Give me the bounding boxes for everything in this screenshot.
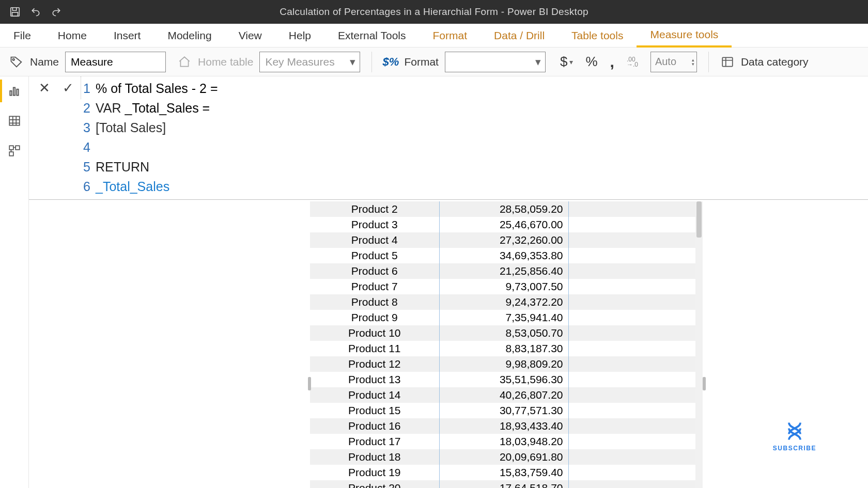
currency-button[interactable]: $ ▾ — [557, 52, 576, 72]
cell-empty — [568, 341, 703, 356]
tab-data-drill[interactable]: Data / Drill — [481, 24, 558, 47]
table-row[interactable]: Product 1718,03,948.20 — [310, 434, 703, 449]
cell-value: 18,93,433.40 — [439, 418, 568, 434]
cell-empty — [568, 480, 703, 488]
commit-formula-button[interactable]: ✓ — [61, 81, 75, 95]
code-line-3: [Total Sales] — [96, 118, 166, 137]
cell-value: 9,73,007.50 — [439, 279, 568, 294]
cell-empty — [568, 217, 703, 232]
svg-point-2 — [12, 58, 14, 60]
cell-product: Product 15 — [310, 403, 439, 418]
tab-format[interactable]: Format — [420, 24, 481, 47]
table-scrollbar[interactable] — [695, 201, 703, 488]
table-row[interactable]: Product 1618,93,433.40 — [310, 418, 703, 434]
table-row[interactable]: Product 534,69,353.80 — [310, 248, 703, 263]
home-table-label: Home table — [198, 56, 253, 68]
cell-empty — [568, 465, 703, 480]
cell-product: Product 8 — [310, 294, 439, 310]
table-row[interactable]: Product 118,83,187.30 — [310, 341, 703, 356]
table-row[interactable]: Product 621,25,856.40 — [310, 263, 703, 279]
cell-product: Product 10 — [310, 325, 439, 341]
tab-table-tools[interactable]: Table tools — [558, 24, 637, 47]
identifier: _Total_Sales — [96, 177, 169, 196]
home-table-icon — [177, 55, 192, 69]
cell-value: 18,03,948.20 — [439, 434, 568, 449]
cell-product: Product 9 — [310, 310, 439, 325]
cell-empty — [568, 434, 703, 449]
table-row[interactable]: Product 2017,64,518.70 — [310, 480, 703, 488]
table-row[interactable]: Product 79,73,007.50 — [310, 279, 703, 294]
scrollbar-thumb[interactable] — [696, 201, 702, 238]
table-row[interactable]: Product 1335,51,596.30 — [310, 372, 703, 387]
tab-help[interactable]: Help — [275, 24, 324, 47]
undo-icon[interactable] — [30, 7, 41, 17]
redo-icon[interactable] — [51, 7, 62, 17]
keyword-return: RETURN — [96, 157, 149, 177]
table-row[interactable]: Product 427,32,260.00 — [310, 232, 703, 248]
table-row[interactable]: Product 228,58,059.20 — [310, 201, 703, 217]
cell-value: 20,09,691.80 — [439, 449, 568, 465]
cell-product: Product 19 — [310, 465, 439, 480]
stepper-icon[interactable]: ▴▾ — [692, 58, 694, 66]
cell-product: Product 12 — [310, 356, 439, 372]
chevron-down-icon: ▾ — [350, 56, 355, 68]
format-select[interactable]: ▾ — [445, 52, 546, 72]
decimal-decrease-button[interactable]: .00→.0 — [624, 53, 644, 71]
tag-icon — [9, 55, 24, 69]
report-view-button[interactable] — [6, 83, 23, 99]
svg-rect-9 — [16, 146, 20, 150]
table-row[interactable]: Product 1530,77,571.30 — [310, 403, 703, 418]
cell-product: Product 2 — [310, 201, 439, 217]
resize-handle-left[interactable] — [308, 377, 311, 390]
decimal-decrease-icon: .00→.0 — [627, 55, 641, 69]
data-category-label: Data category — [741, 56, 809, 68]
cell-empty — [568, 294, 703, 310]
cell-empty — [568, 356, 703, 372]
subscribe-badge[interactable]: SUBSCRIBE — [773, 420, 816, 452]
cell-value: 34,69,353.80 — [439, 248, 568, 263]
decimal-places-input[interactable]: Auto ▴▾ — [650, 52, 697, 72]
cell-product: Product 4 — [310, 232, 439, 248]
data-view-button[interactable] — [6, 113, 23, 129]
data-category-icon — [720, 55, 735, 69]
tab-view[interactable]: View — [225, 24, 275, 47]
save-icon[interactable] — [9, 6, 21, 18]
app-title: Calculation of Percentages in a Hierarch… — [280, 6, 588, 18]
formula-bar: ✕ ✓ 1% of Total Sales - 2 = 2VAR _Total_… — [29, 76, 868, 200]
home-table-select[interactable]: Key Measures ▾ — [259, 52, 360, 72]
cell-product: Product 11 — [310, 341, 439, 356]
cell-value: 30,77,571.30 — [439, 403, 568, 418]
table-row[interactable]: Product 108,53,050.70 — [310, 325, 703, 341]
percent-button[interactable]: % — [582, 52, 600, 72]
cell-empty — [568, 232, 703, 248]
svg-rect-3 — [722, 57, 733, 66]
cell-empty — [568, 403, 703, 418]
cancel-formula-button[interactable]: ✕ — [37, 81, 52, 95]
table-row[interactable]: Product 1915,83,759.40 — [310, 465, 703, 480]
table-row[interactable]: Product 325,46,670.00 — [310, 217, 703, 232]
table-row[interactable]: Product 129,98,809.20 — [310, 356, 703, 372]
tab-insert[interactable]: Insert — [100, 24, 154, 47]
table-row[interactable]: Product 89,24,372.20 — [310, 294, 703, 310]
cell-value: 17,64,518.70 — [439, 480, 568, 488]
cell-product: Product 18 — [310, 449, 439, 465]
tab-home[interactable]: Home — [44, 24, 100, 47]
tab-external-tools[interactable]: External Tools — [324, 24, 420, 47]
resize-handle-right[interactable] — [703, 377, 706, 390]
data-table-visual[interactable]: Product 228,58,059.20Product 325,46,670.… — [310, 201, 703, 488]
title-bar: Calculation of Percentages in a Hierarch… — [0, 0, 868, 24]
cell-value: 8,83,187.30 — [439, 341, 568, 356]
dax-editor[interactable]: 1% of Total Sales - 2 = 2VAR _Total_Sale… — [81, 76, 868, 199]
model-view-button[interactable] — [6, 143, 23, 159]
svg-rect-6 — [17, 89, 18, 96]
table-row[interactable]: Product 97,35,941.40 — [310, 310, 703, 325]
cell-product: Product 7 — [310, 279, 439, 294]
comma-button[interactable]: , — [607, 51, 617, 73]
tab-file[interactable]: File — [0, 24, 44, 47]
tab-measure-tools[interactable]: Measure tools — [637, 24, 732, 48]
measure-name-input[interactable] — [65, 52, 166, 72]
table-row[interactable]: Product 1440,26,807.20 — [310, 387, 703, 403]
tab-modeling[interactable]: Modeling — [154, 24, 225, 47]
table-row[interactable]: Product 1820,09,691.80 — [310, 449, 703, 465]
cell-product: Product 6 — [310, 263, 439, 279]
